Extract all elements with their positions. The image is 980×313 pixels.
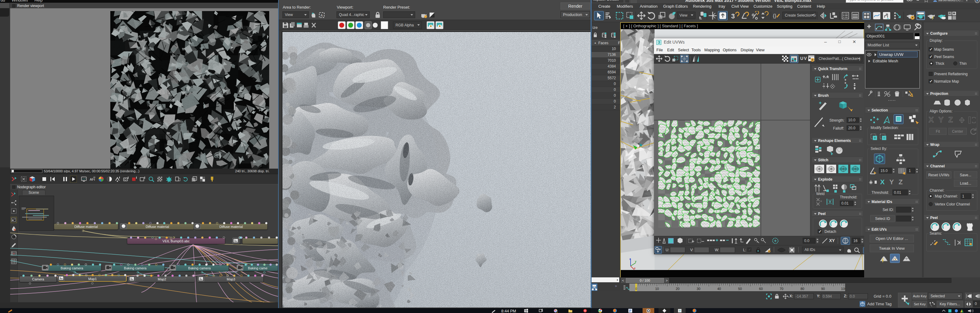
svg-text:AFI: AFI: [90, 178, 95, 181]
svg-text:10: 10: [655, 287, 659, 291]
svg-text:30: 30: [697, 287, 700, 291]
svg-text:P: P: [629, 309, 631, 313]
svg-text:0: 0: [635, 287, 637, 291]
svg-text:A: A: [321, 14, 323, 17]
svg-text:{}: {}: [773, 13, 776, 19]
svg-text:60: 60: [759, 287, 763, 291]
svg-text:3: 3: [731, 13, 735, 20]
svg-text:70: 70: [780, 287, 783, 291]
svg-text:x: x: [634, 267, 635, 270]
svg-text:z: z: [629, 257, 631, 261]
svg-text:50: 50: [738, 287, 742, 291]
svg-text:90: 90: [821, 287, 825, 291]
svg-text:100: 100: [841, 287, 845, 291]
svg-text:y: y: [635, 260, 636, 263]
svg-text:?: ?: [679, 309, 681, 312]
svg-text:80: 80: [800, 287, 804, 291]
svg-text:?: ?: [976, 0, 978, 2]
svg-text:40: 40: [717, 287, 721, 291]
svg-text:sarsenault2CC...: sarsenault2CC...: [938, 0, 963, 2]
svg-text:20: 20: [676, 287, 679, 291]
